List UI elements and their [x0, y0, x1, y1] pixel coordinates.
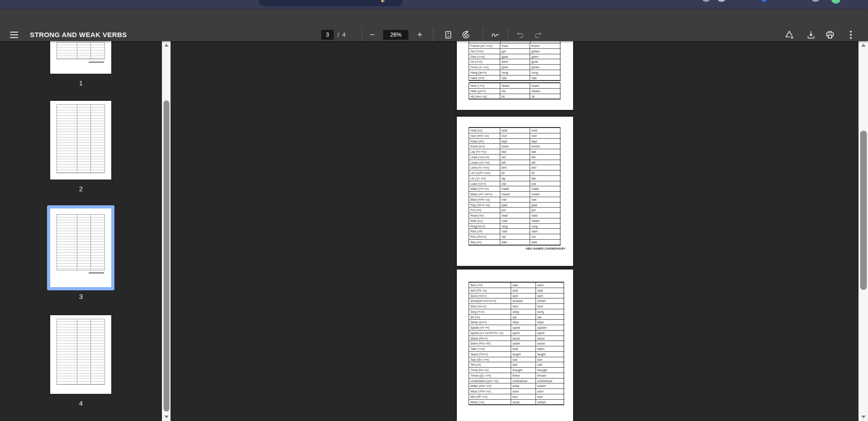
verb-cell: Hit (আঘাত করা): [469, 94, 500, 99]
browser-profile-avatar[interactable]: [831, 0, 840, 4]
verb-cell: sung: [536, 309, 564, 315]
verb-cell: Hide (লুকানো): [469, 89, 500, 94]
verb-cell: Lie (শুয়ে থাকা): [469, 176, 500, 181]
browser-extension-icon[interactable]: [718, 0, 725, 2]
print-icon[interactable]: [824, 28, 836, 41]
verb-cell: laid: [530, 149, 561, 155]
annotate-icon[interactable]: [489, 28, 502, 41]
browser-extension-icon[interactable]: [762, 0, 766, 2]
verb-cell: Go (যাওয়া): [469, 59, 500, 65]
verb-cell: said: [500, 240, 530, 245]
browser-extension-icon[interactable]: [812, 0, 819, 2]
verb-cell: let: [530, 170, 561, 176]
verb-cell: Make (তৈরি করা): [469, 186, 500, 192]
rotate-icon[interactable]: [460, 28, 472, 41]
page-thumbnail-label[interactable]: 2: [0, 185, 162, 193]
verb-cell: spent: [536, 331, 564, 336]
browser-top-bar: [0, 0, 868, 9]
thumbnail-table-preview: [57, 214, 105, 270]
scrollbar-thumb[interactable]: [163, 100, 169, 412]
verb-cell: hit: [500, 94, 530, 99]
verb-cell: Hold (ধরা): [469, 128, 500, 133]
page-thumbnail[interactable]: [50, 208, 111, 287]
verb-table: Hold (ধরা)heldheldHurt (আঘাত করা)hurthur…: [469, 127, 560, 246]
verb-cell: met: [500, 197, 530, 203]
verb-cell: Think (চিন্তা করা): [469, 368, 511, 373]
menu-icon[interactable]: [10, 32, 18, 38]
page-thumbnail-label[interactable]: 4: [0, 399, 162, 407]
verb-cell: known: [530, 144, 561, 149]
verb-cell: understood: [536, 378, 564, 384]
verb-cell: taught: [511, 352, 536, 357]
verb-cell: rung: [530, 224, 561, 229]
verb-cell: Understand (বুঝতে পারা): [469, 378, 511, 384]
verb-cell: made: [530, 186, 561, 192]
verb-cell: Spend (ব্যয় করা/অতিবাহিত করা): [469, 331, 511, 336]
verb-cell: ran: [500, 234, 530, 240]
page-thumbnail-label[interactable]: 3: [0, 293, 162, 300]
verb-cell: froze: [500, 43, 530, 49]
verb-cell: slept: [511, 320, 536, 325]
verb-cell: left: [500, 160, 530, 166]
toolbar-separator: [483, 28, 483, 42]
verb-cell: Teach (শিখানো): [469, 352, 511, 357]
thumbnail-table-preview: [57, 42, 105, 59]
page-number-input[interactable]: 3: [321, 30, 334, 40]
verb-cell: woken: [536, 383, 564, 389]
page-thumbnail[interactable]: [50, 315, 111, 394]
page-thumbnail[interactable]: [50, 41, 111, 74]
zoom-out-button[interactable]: −: [366, 28, 379, 41]
verb-cell: Wake (জাগ্রত হওয়া): [469, 383, 511, 389]
sidebar-scrollbar[interactable]: [162, 41, 171, 421]
verb-cell: Show(প্রদর্শনকরা/দেখানো): [469, 298, 511, 304]
page-thumbnail[interactable]: [50, 101, 111, 180]
more-vertical-icon[interactable]: [845, 28, 857, 41]
verb-cell: Pay (পরিশোধ করা): [469, 203, 500, 208]
page-thumbnail-label[interactable]: 1: [0, 79, 162, 87]
verb-cell: Ride (চড়া): [469, 218, 500, 224]
main-scrollbar[interactable]: [859, 41, 868, 421]
verb-cell: Sell (বিক্রি করা): [469, 288, 511, 293]
scroll-up-arrow[interactable]: [861, 44, 866, 47]
verb-cell: stood: [511, 336, 536, 341]
fit-to-page-icon[interactable]: [442, 28, 455, 41]
verb-cell: Lend (ধার দেওয়া): [469, 165, 500, 170]
scrollbar-thumb[interactable]: [860, 131, 867, 290]
verb-cell: Sit (বসা): [469, 315, 511, 320]
verb-cell: told: [536, 362, 564, 368]
verb-cell: taken: [536, 346, 564, 352]
verb-cell: held: [500, 128, 530, 133]
download-icon[interactable]: [805, 28, 817, 41]
verb-cell: hit: [530, 94, 561, 99]
scroll-up-arrow[interactable]: [164, 44, 169, 47]
document-title: STRONG AND WEAK VERBS: [30, 31, 127, 38]
verb-cell: Hang (ঝুলানো): [469, 70, 500, 76]
scroll-down-arrow[interactable]: [861, 416, 866, 418]
verb-cell: rang: [500, 224, 530, 229]
verb-cell: Read (পড়া): [469, 213, 500, 218]
verb-cell: Stand (দাঁড়ানো): [469, 336, 511, 341]
verb-cell: won: [536, 394, 564, 400]
scroll-down-arrow[interactable]: [164, 416, 169, 418]
toolbar-separator: [508, 28, 508, 42]
zoom-in-button[interactable]: +: [413, 28, 426, 41]
browser-extension-icon[interactable]: [702, 0, 710, 2]
verb-cell: run: [530, 234, 561, 240]
verb-cell: grown: [530, 65, 561, 70]
verb-cell: held: [530, 128, 561, 133]
verb-cell: Tear (ছিঁড়ে ফেলা): [469, 357, 511, 363]
redo-icon[interactable]: [532, 28, 545, 41]
page-count-label: / 4: [337, 31, 346, 38]
verb-cell: Ring(বাজানো): [469, 224, 500, 229]
verb-cell: Run (দৌড়ানো): [469, 234, 500, 240]
verb-cell: written: [536, 400, 564, 405]
verb-cell: Lead (নেতৃত্ব করা): [469, 155, 500, 160]
verb-cell: Take (নেওয়া): [469, 346, 511, 352]
verb-cell: wore: [511, 389, 536, 394]
verb-cell: lent: [500, 165, 530, 170]
undo-icon[interactable]: [514, 28, 526, 41]
verb-cell: shown: [536, 298, 564, 304]
save-to-drive-icon[interactable]: [783, 28, 796, 41]
pdf-toolbar: STRONG AND WEAK VERBS 3 / 4 − 26% +: [0, 9, 868, 41]
zoom-level-input[interactable]: 26%: [383, 30, 408, 40]
